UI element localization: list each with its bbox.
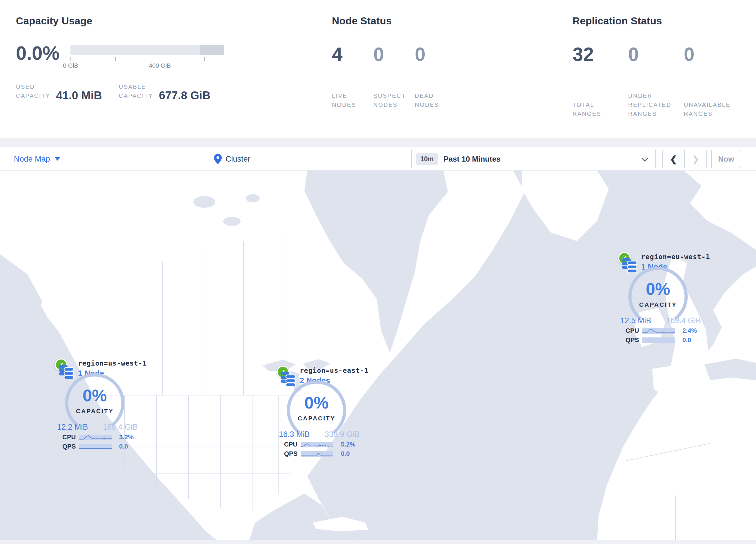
region-marker-us-west-1[interactable]: ✓ region=us-west-1 1 Node 0% CAPACITY: [54, 358, 141, 454]
cpu-sparkline: [642, 328, 675, 334]
total-ranges-count: 32: [573, 45, 628, 64]
capacity-bar-track: [70, 45, 224, 55]
map-pin-icon: [214, 154, 222, 164]
suspect-nodes-label: SUSPECT NODES: [373, 91, 415, 109]
cpu-label: CPU: [626, 327, 642, 335]
qps-label: QPS: [626, 336, 642, 344]
time-range-label: Past 10 Minutes: [444, 155, 501, 164]
capacity-percent: 0%: [284, 393, 349, 412]
region-label: region=us-west-1: [78, 360, 147, 367]
used-capacity-value: 16.3 MiB: [279, 430, 310, 439]
capacity-label: CAPACITY: [626, 301, 690, 308]
node-map-page: Capacity Usage 0.0% 0 GiB 400 GiB: [0, 0, 756, 544]
used-capacity-label: USED CAPACITY: [16, 82, 50, 100]
breadcrumb[interactable]: Cluster: [214, 147, 250, 170]
time-nav-buttons: ❮ ❯: [662, 150, 707, 168]
chevron-down-icon: [641, 158, 648, 162]
capacity-percent: 0.0%: [16, 43, 59, 63]
capacity-percent: 0%: [62, 386, 127, 405]
time-prev-button[interactable]: ❮: [663, 150, 685, 168]
live-nodes-count: 4: [332, 45, 373, 64]
axis-tick: [204, 57, 205, 61]
node-map: ✓ region=us-west-1 1 Node 0% CAPACITY: [0, 170, 756, 540]
cluster-summary-bar: Capacity Usage 0.0% 0 GiB 400 GiB: [0, 0, 756, 138]
axis-tick: [70, 57, 71, 61]
suspect-nodes-count: 0: [373, 45, 415, 64]
qps-value: 0.0: [341, 450, 350, 458]
capacity-label: CAPACITY: [62, 408, 127, 415]
axis-tick-label: 0 GiB: [63, 62, 78, 69]
total-ranges-label: TOTAL RANGES: [573, 100, 628, 118]
map-toolbar: Node Map Cluster 10m Past 10 Minutes ❮ ❯…: [0, 147, 756, 170]
usable-capacity-value: 169.4 GiB: [103, 423, 138, 432]
axis-tick: [115, 57, 116, 61]
under-replicated-ranges-label: UNDER- REPLICATED RANGES: [628, 91, 684, 118]
view-mode-label: Node Map: [14, 155, 50, 164]
used-capacity-value: 12.5 MiB: [620, 316, 651, 325]
world-map: [0, 170, 756, 540]
usable-capacity-value: 338.9 GiB: [325, 430, 359, 439]
axis-tick-label: 400 GiB: [149, 62, 171, 69]
node-status-title: Node Status: [332, 15, 456, 27]
cpu-label: CPU: [62, 434, 79, 441]
cpu-percent: 3.2%: [119, 434, 134, 441]
capacity-label: CAPACITY: [284, 415, 349, 422]
region-marker-us-east-1[interactable]: ✓ region=us-east-1 2 Nodes 0% CAPACITY: [275, 366, 362, 461]
replication-status-section: Replication Status 32 0 0 TOTAL RANGES U…: [573, 15, 739, 118]
usable-capacity-value: 169.4 GiB: [666, 316, 701, 325]
capacity-usage-section: Capacity Usage 0.0% 0 GiB 400 GiB: [16, 15, 224, 100]
cpu-label: CPU: [284, 441, 300, 448]
time-range-select[interactable]: 10m Past 10 Minutes: [411, 150, 656, 168]
dead-nodes-count: 0: [415, 45, 456, 64]
usable-capacity-label: USABLE CAPACITY: [119, 82, 153, 100]
time-range-badge: 10m: [416, 153, 438, 165]
region-label: region=us-east-1: [300, 367, 369, 374]
used-capacity-value: 12.2 MiB: [57, 423, 88, 432]
view-mode-dropdown[interactable]: Node Map: [14, 147, 60, 170]
dead-nodes-label: DEAD NODES: [415, 91, 456, 109]
qps-sparkline: [301, 451, 333, 457]
region-marker-eu-west-1[interactable]: ✓ region=eu-west-1 1 Node 0% CAPACITY: [617, 252, 704, 348]
replication-status-title: Replication Status: [573, 15, 739, 27]
cpu-sparkline: [301, 442, 333, 448]
cpu-sparkline: [79, 434, 112, 440]
breadcrumb-label: Cluster: [226, 155, 250, 164]
used-capacity-stat: USED CAPACITY 41.0 MiB: [16, 82, 102, 100]
usable-capacity-stat: USABLE CAPACITY 677.8 GiB: [119, 82, 210, 100]
capacity-bar: 0 GiB 400 GiB: [70, 45, 224, 55]
cpu-percent: 5.2%: [341, 441, 355, 448]
qps-label: QPS: [284, 450, 300, 458]
qps-sparkline: [642, 337, 675, 343]
qps-value: 0.0: [119, 443, 128, 450]
capacity-usage-title: Capacity Usage: [16, 15, 224, 27]
region-label: region=eu-west-1: [641, 253, 710, 260]
cpu-percent: 2.4%: [682, 327, 697, 335]
unavailable-ranges-label: UNAVAILABLE RANGES: [684, 100, 739, 118]
under-replicated-ranges-count: 0: [628, 45, 684, 64]
capacity-percent: 0%: [626, 279, 690, 299]
unavailable-ranges-count: 0: [684, 45, 739, 64]
axis-tick: [160, 57, 160, 61]
live-nodes-label: LIVE NODES: [332, 91, 373, 109]
qps-value: 0.0: [682, 336, 691, 344]
used-capacity-value: 41.0 MiB: [56, 90, 102, 101]
usable-capacity-value: 677.8 GiB: [159, 90, 210, 101]
chevron-down-icon: [55, 157, 60, 161]
time-next-button[interactable]: ❯: [685, 150, 706, 168]
capacity-bar-segment: [200, 45, 224, 55]
now-button[interactable]: Now: [711, 150, 741, 168]
qps-label: QPS: [62, 443, 79, 450]
qps-sparkline: [79, 444, 112, 450]
node-status-section: Node Status 4 0 0 LIVE NODES SUSPECT NOD…: [332, 15, 456, 109]
